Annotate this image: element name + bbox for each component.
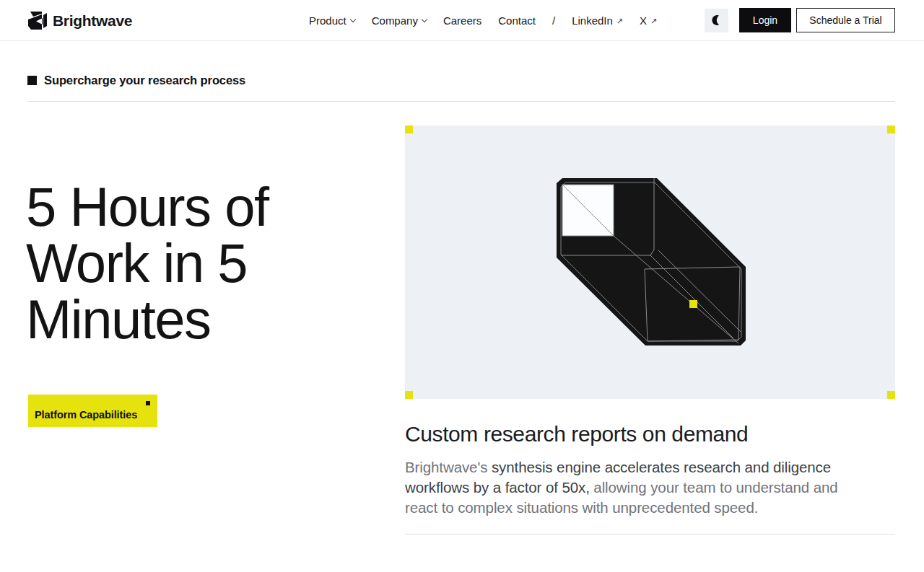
nav-linkedin[interactable]: LinkedIn ↗ <box>572 14 623 27</box>
external-link-icon: ↗ <box>616 17 623 26</box>
nav-contact[interactable]: Contact <box>498 14 536 27</box>
nav-careers[interactable]: Careers <box>443 14 481 27</box>
external-link-icon: ↗ <box>650 17 657 26</box>
square-bullet-icon <box>27 76 37 85</box>
feature-description: Brightwave's synthesis engine accelerate… <box>405 457 861 518</box>
section-eyebrow: Supercharge your research process <box>27 74 245 87</box>
header-actions: Login Schedule a Trial <box>705 8 895 32</box>
nav-x-label: X <box>640 14 647 27</box>
brand-logo[interactable]: Brightwave <box>27 0 132 41</box>
page: Brightwave Product Company Careers Conta… <box>0 0 924 572</box>
nav-product[interactable]: Product <box>309 14 355 27</box>
nav-contact-label: Contact <box>498 14 536 27</box>
yellow-accent-square <box>689 300 697 308</box>
feature-title: Custom research reports on demand <box>405 421 748 448</box>
headline-line-1: 5 Hours of <box>26 179 269 235</box>
chevron-down-icon <box>422 16 427 22</box>
headline-line-2: Work in 5 <box>26 235 269 291</box>
corner-accent <box>405 126 413 133</box>
corner-accent <box>887 391 895 399</box>
site-header: Brightwave Product Company Careers Conta… <box>0 0 924 41</box>
headline-line-3: Minutes <box>26 291 269 348</box>
platform-capabilities-label: Platform Capabilities <box>35 409 137 421</box>
corner-accent <box>405 391 413 399</box>
divider-bottom <box>405 534 895 534</box>
schedule-trial-button[interactable]: Schedule a Trial <box>796 8 895 32</box>
isometric-cube-illustration <box>555 177 746 346</box>
brightwave-logo-icon <box>27 11 47 30</box>
square-accent-icon <box>146 401 150 405</box>
eyebrow-text: Supercharge your research process <box>44 74 245 87</box>
main-nav: Product Company Careers Contact / Linked… <box>309 0 657 41</box>
illustration-panel <box>405 126 895 399</box>
corner-accent <box>887 126 895 133</box>
nav-separator: / <box>552 14 555 27</box>
divider-top <box>27 101 895 102</box>
nav-careers-label: Careers <box>443 14 481 27</box>
chevron-down-icon <box>349 16 355 22</box>
page-title: 5 Hours of Work in 5 Minutes <box>26 179 269 348</box>
nav-company-label: Company <box>372 14 418 27</box>
login-button[interactable]: Login <box>739 8 791 32</box>
theme-toggle-button[interactable] <box>705 9 728 32</box>
platform-capabilities-button[interactable]: Platform Capabilities <box>28 395 157 427</box>
nav-x[interactable]: X ↗ <box>640 14 657 27</box>
nav-product-label: Product <box>309 14 346 27</box>
nav-linkedin-label: LinkedIn <box>572 14 613 27</box>
description-part: Brightwave's <box>405 459 492 475</box>
moon-icon <box>711 14 723 26</box>
nav-company[interactable]: Company <box>372 14 427 27</box>
brand-name: Brightwave <box>53 12 132 30</box>
